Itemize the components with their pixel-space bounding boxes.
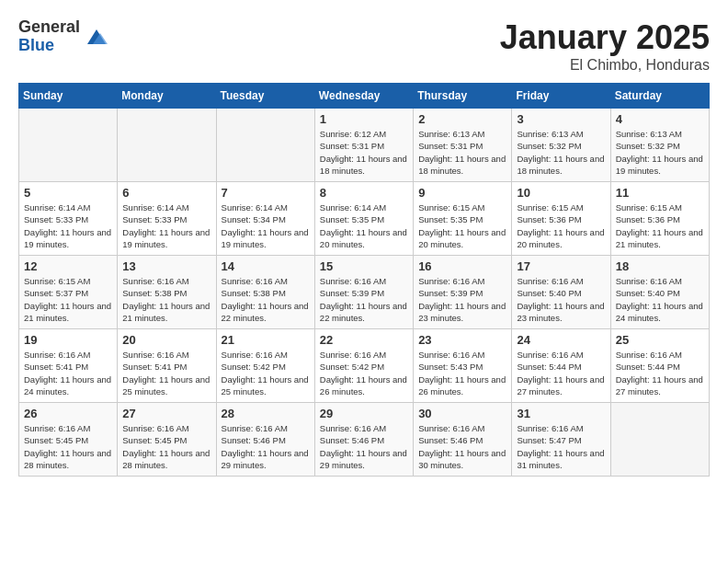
day-number: 17 — [517, 259, 605, 273]
day-info: Sunrise: 6:16 AM Sunset: 5:42 PM Dayligh… — [320, 349, 408, 397]
calendar-cell: 9Sunrise: 6:15 AM Sunset: 5:35 PM Daylig… — [414, 182, 512, 256]
calendar-cell: 26Sunrise: 6:16 AM Sunset: 5:45 PM Dayli… — [19, 403, 118, 477]
day-number: 23 — [418, 333, 506, 347]
calendar-cell: 10Sunrise: 6:15 AM Sunset: 5:36 PM Dayli… — [512, 182, 610, 256]
day-info: Sunrise: 6:13 AM Sunset: 5:32 PM Dayligh… — [517, 128, 605, 177]
day-number: 13 — [122, 259, 210, 273]
day-number: 10 — [517, 186, 605, 200]
day-number: 4 — [616, 112, 704, 126]
day-info: Sunrise: 6:16 AM Sunset: 5:39 PM Dayligh… — [320, 275, 408, 324]
calendar-cell — [216, 109, 314, 182]
logo-text: General Blue — [18, 18, 80, 55]
calendar-header: SundayMondayTuesdayWednesdayThursdayFrid… — [19, 84, 710, 109]
day-info: Sunrise: 6:16 AM Sunset: 5:40 PM Dayligh… — [517, 275, 605, 324]
day-number: 25 — [616, 333, 704, 347]
day-info: Sunrise: 6:14 AM Sunset: 5:33 PM Dayligh… — [24, 201, 112, 250]
calendar-cell: 25Sunrise: 6:16 AM Sunset: 5:44 PM Dayli… — [610, 329, 709, 403]
day-info: Sunrise: 6:16 AM Sunset: 5:42 PM Dayligh… — [222, 349, 310, 397]
weekday-header-saturday: Saturday — [610, 84, 709, 109]
day-info: Sunrise: 6:16 AM Sunset: 5:38 PM Dayligh… — [122, 275, 210, 324]
day-info: Sunrise: 6:12 AM Sunset: 5:31 PM Dayligh… — [320, 128, 408, 177]
calendar-cell: 14Sunrise: 6:16 AM Sunset: 5:38 PM Dayli… — [216, 256, 314, 329]
day-number: 11 — [616, 186, 704, 200]
day-info: Sunrise: 6:15 AM Sunset: 5:36 PM Dayligh… — [517, 201, 605, 250]
day-number: 1 — [320, 112, 408, 126]
calendar-cell — [19, 109, 118, 182]
calendar-week-3: 12Sunrise: 6:15 AM Sunset: 5:37 PM Dayli… — [19, 256, 710, 329]
day-info: Sunrise: 6:16 AM Sunset: 5:47 PM Dayligh… — [517, 422, 605, 471]
calendar-body: 1Sunrise: 6:12 AM Sunset: 5:31 PM Daylig… — [19, 109, 710, 477]
day-info: Sunrise: 6:15 AM Sunset: 5:35 PM Dayligh… — [418, 201, 506, 250]
calendar-cell — [118, 109, 216, 182]
day-info: Sunrise: 6:15 AM Sunset: 5:37 PM Dayligh… — [24, 275, 112, 324]
calendar-cell: 20Sunrise: 6:16 AM Sunset: 5:41 PM Dayli… — [118, 329, 216, 403]
logo-blue: Blue — [18, 37, 80, 55]
day-info: Sunrise: 6:16 AM Sunset: 5:41 PM Dayligh… — [122, 349, 210, 397]
location: El Chimbo, Honduras — [500, 57, 710, 74]
day-number: 5 — [24, 186, 112, 200]
logo: General Blue — [18, 18, 109, 55]
day-info: Sunrise: 6:14 AM Sunset: 5:33 PM Dayligh… — [122, 201, 210, 250]
day-info: Sunrise: 6:16 AM Sunset: 5:44 PM Dayligh… — [517, 349, 605, 397]
calendar-cell: 27Sunrise: 6:16 AM Sunset: 5:45 PM Dayli… — [118, 403, 216, 477]
calendar-cell: 5Sunrise: 6:14 AM Sunset: 5:33 PM Daylig… — [19, 182, 118, 256]
day-number: 31 — [517, 407, 605, 420]
day-number: 12 — [24, 259, 112, 273]
calendar-cell: 6Sunrise: 6:14 AM Sunset: 5:33 PM Daylig… — [118, 182, 216, 256]
day-number: 21 — [222, 333, 310, 347]
day-info: Sunrise: 6:14 AM Sunset: 5:35 PM Dayligh… — [320, 201, 408, 250]
day-number: 22 — [320, 333, 408, 347]
title-block: January 2025 El Chimbo, Honduras — [500, 18, 710, 74]
day-info: Sunrise: 6:16 AM Sunset: 5:46 PM Dayligh… — [320, 422, 408, 471]
day-number: 6 — [122, 186, 210, 200]
calendar-cell: 23Sunrise: 6:16 AM Sunset: 5:43 PM Dayli… — [414, 329, 512, 403]
calendar-cell: 21Sunrise: 6:16 AM Sunset: 5:42 PM Dayli… — [216, 329, 314, 403]
weekday-header-sunday: Sunday — [19, 84, 118, 109]
weekday-header-friday: Friday — [512, 84, 610, 109]
weekday-header-tuesday: Tuesday — [216, 84, 314, 109]
calendar-cell: 19Sunrise: 6:16 AM Sunset: 5:41 PM Dayli… — [19, 329, 118, 403]
day-number: 2 — [418, 112, 506, 126]
calendar-week-1: 1Sunrise: 6:12 AM Sunset: 5:31 PM Daylig… — [19, 109, 710, 182]
day-number: 19 — [24, 333, 112, 347]
day-info: Sunrise: 6:16 AM Sunset: 5:40 PM Dayligh… — [616, 275, 704, 324]
calendar-cell: 29Sunrise: 6:16 AM Sunset: 5:46 PM Dayli… — [314, 403, 413, 477]
calendar-cell: 2Sunrise: 6:13 AM Sunset: 5:31 PM Daylig… — [414, 109, 512, 182]
calendar-cell: 4Sunrise: 6:13 AM Sunset: 5:32 PM Daylig… — [610, 109, 709, 182]
day-info: Sunrise: 6:16 AM Sunset: 5:41 PM Dayligh… — [24, 349, 112, 397]
calendar-cell: 31Sunrise: 6:16 AM Sunset: 5:47 PM Dayli… — [512, 403, 610, 477]
day-info: Sunrise: 6:14 AM Sunset: 5:34 PM Dayligh… — [222, 201, 310, 250]
day-info: Sunrise: 6:13 AM Sunset: 5:32 PM Dayligh… — [616, 128, 704, 177]
calendar-cell: 22Sunrise: 6:16 AM Sunset: 5:42 PM Dayli… — [314, 329, 413, 403]
calendar-cell: 8Sunrise: 6:14 AM Sunset: 5:35 PM Daylig… — [314, 182, 413, 256]
calendar-cell: 11Sunrise: 6:15 AM Sunset: 5:36 PM Dayli… — [610, 182, 709, 256]
calendar-cell: 30Sunrise: 6:16 AM Sunset: 5:46 PM Dayli… — [414, 403, 512, 477]
calendar-cell: 13Sunrise: 6:16 AM Sunset: 5:38 PM Dayli… — [118, 256, 216, 329]
page-header: General Blue January 2025 El Chimbo, Hon… — [18, 18, 710, 74]
weekday-row: SundayMondayTuesdayWednesdayThursdayFrid… — [19, 84, 710, 109]
day-info: Sunrise: 6:16 AM Sunset: 5:46 PM Dayligh… — [418, 422, 506, 471]
calendar-cell: 16Sunrise: 6:16 AM Sunset: 5:39 PM Dayli… — [414, 256, 512, 329]
weekday-header-wednesday: Wednesday — [314, 84, 413, 109]
calendar-cell: 1Sunrise: 6:12 AM Sunset: 5:31 PM Daylig… — [314, 109, 413, 182]
day-info: Sunrise: 6:13 AM Sunset: 5:31 PM Dayligh… — [418, 128, 506, 177]
month-title: January 2025 — [500, 18, 710, 57]
day-info: Sunrise: 6:16 AM Sunset: 5:38 PM Dayligh… — [222, 275, 310, 324]
day-number: 8 — [320, 186, 408, 200]
calendar-cell: 12Sunrise: 6:15 AM Sunset: 5:37 PM Dayli… — [19, 256, 118, 329]
calendar-week-5: 26Sunrise: 6:16 AM Sunset: 5:45 PM Dayli… — [19, 403, 710, 477]
calendar-cell: 24Sunrise: 6:16 AM Sunset: 5:44 PM Dayli… — [512, 329, 610, 403]
day-info: Sunrise: 6:16 AM Sunset: 5:43 PM Dayligh… — [418, 349, 506, 397]
logo-general: General — [18, 18, 80, 37]
day-info: Sunrise: 6:15 AM Sunset: 5:36 PM Dayligh… — [616, 201, 704, 250]
day-info: Sunrise: 6:16 AM Sunset: 5:46 PM Dayligh… — [222, 422, 310, 471]
day-number: 7 — [222, 186, 310, 200]
calendar: SundayMondayTuesdayWednesdayThursdayFrid… — [18, 83, 710, 477]
day-number: 18 — [616, 259, 704, 273]
day-number: 24 — [517, 333, 605, 347]
day-number: 15 — [320, 259, 408, 273]
calendar-cell — [610, 403, 709, 477]
day-number: 28 — [222, 407, 310, 420]
day-info: Sunrise: 6:16 AM Sunset: 5:45 PM Dayligh… — [122, 422, 210, 471]
calendar-week-2: 5Sunrise: 6:14 AM Sunset: 5:33 PM Daylig… — [19, 182, 710, 256]
